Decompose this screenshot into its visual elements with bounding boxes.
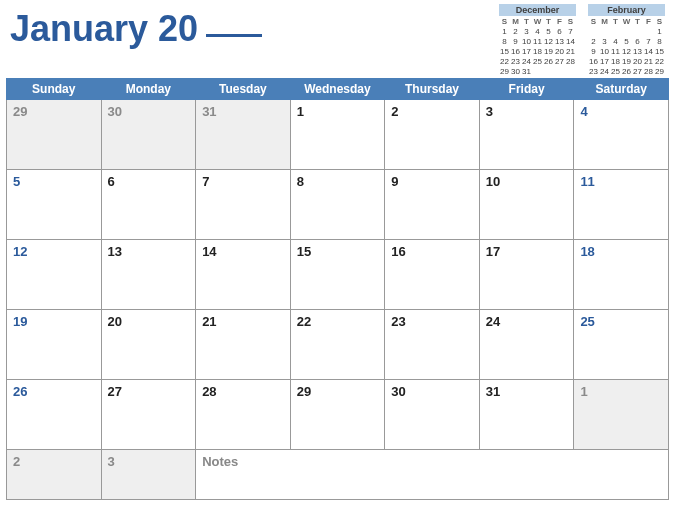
minical-next: February SMTWTFS 12345678910111213141516… [588,4,665,77]
day-cell: 1 [290,100,385,170]
year-blank [206,34,262,37]
calendar-grid: SundayMondayTuesdayWednesdayThursdayFrid… [6,78,669,500]
mini-calendars: December SMTWTFS 12345678910111213141516… [499,4,665,77]
day-cell: 13 [101,240,196,310]
day-cell: 29 [7,100,102,170]
calendar-row: 2627282930311 [7,380,669,450]
day-cell: 9 [385,170,480,240]
dow-cell: Wednesday [290,79,385,100]
dow-cell: Sunday [7,79,102,100]
title-month: January [10,8,148,49]
day-cell: 22 [290,310,385,380]
day-cell: 20 [101,310,196,380]
day-cell: 10 [479,170,574,240]
day-cell: 31 [479,380,574,450]
day-cell: 2 [7,450,102,500]
minical-title: February [588,4,665,16]
day-cell: 30 [385,380,480,450]
day-cell: 25 [574,310,669,380]
dow-cell: Monday [101,79,196,100]
day-cell: 15 [290,240,385,310]
dow-cell: Thursday [385,79,480,100]
dow-cell: Saturday [574,79,669,100]
day-cell: 12 [7,240,102,310]
day-cell: 6 [101,170,196,240]
day-cell: 4 [574,100,669,170]
calendar-row: 23Notes [7,450,669,500]
page-title: January 20 [10,8,262,50]
day-cell: 7 [196,170,291,240]
day-cell: 14 [196,240,291,310]
notes-cell: Notes [196,450,669,500]
day-cell: 23 [385,310,480,380]
day-cell: 19 [7,310,102,380]
calendar-row: 2930311234 [7,100,669,170]
day-cell: 5 [7,170,102,240]
day-cell: 31 [196,100,291,170]
minical-dow: SMTWTFS [588,17,665,27]
dow-header: SundayMondayTuesdayWednesdayThursdayFrid… [7,79,669,100]
day-cell: 27 [101,380,196,450]
day-cell: 3 [101,450,196,500]
day-cell: 1 [574,380,669,450]
minical-prev: December SMTWTFS 12345678910111213141516… [499,4,576,77]
day-cell: 28 [196,380,291,450]
day-cell: 26 [7,380,102,450]
day-cell: 11 [574,170,669,240]
day-cell: 2 [385,100,480,170]
day-cell: 30 [101,100,196,170]
dow-cell: Tuesday [196,79,291,100]
day-cell: 24 [479,310,574,380]
minical-dow: SMTWTFS [499,17,576,27]
day-cell: 3 [479,100,574,170]
day-cell: 17 [479,240,574,310]
day-cell: 16 [385,240,480,310]
minical-title: December [499,4,576,16]
day-cell: 18 [574,240,669,310]
calendar-row: 567891011 [7,170,669,240]
day-cell: 8 [290,170,385,240]
calendar-row: 19202122232425 [7,310,669,380]
day-cell: 29 [290,380,385,450]
title-year: 20 [158,8,198,49]
day-cell: 21 [196,310,291,380]
calendar-row: 12131415161718 [7,240,669,310]
dow-cell: Friday [479,79,574,100]
